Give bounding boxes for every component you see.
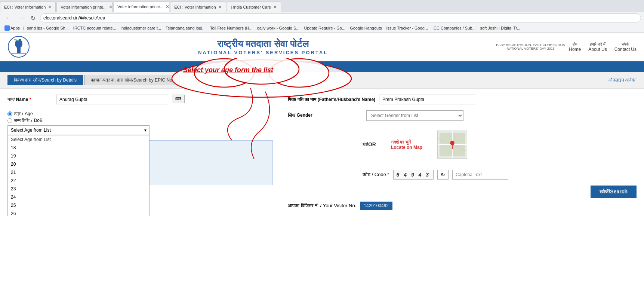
gender-english: Gender	[297, 113, 312, 118]
name-hindi: नाम	[7, 97, 13, 102]
reload-button[interactable]: ↻	[28, 14, 38, 22]
dropdown-item-19[interactable]: 19	[8, 152, 149, 160]
bookmark-8[interactable]: Google Hangouts	[348, 26, 383, 30]
bookmark-1[interactable]: sand ips - Google Sh...	[25, 26, 70, 30]
age-label-hindi: उम्र	[14, 111, 21, 116]
age-radio[interactable]	[7, 111, 12, 116]
dropdown-item-23[interactable]: 23	[8, 185, 149, 193]
bookmark-apps[interactable]: Apps	[3, 25, 21, 31]
home-english: Home	[569, 47, 581, 52]
visitor-number: 1429100492	[360, 202, 392, 210]
dob-label-english: DoB	[34, 118, 43, 123]
tab-2-close[interactable]: ✕	[109, 4, 113, 10]
search-by-epic-tab[interactable]: पहचान-पत्र क. द्वारा खोज/Search by EPIC …	[84, 75, 180, 85]
tab-5[interactable]: | India Customer Care ✕	[227, 1, 281, 12]
tab-1[interactable]: ECI : Voter Information ✕	[0, 1, 56, 12]
search-tabs: विवरण द्वारा खोज/Search by Details पहचान…	[0, 72, 644, 89]
home-hindi: होम	[569, 42, 581, 47]
search-button[interactable]: खोजें/Search	[591, 186, 637, 198]
tab-3-close[interactable]: ✕	[166, 4, 169, 9]
bookmark-4[interactable]: Telangana sand logi...	[164, 26, 207, 30]
gender-hindi: लिंग	[288, 113, 294, 118]
bookmark-9[interactable]: issue Tracker - Goog...	[385, 26, 429, 30]
dropdown-item-default[interactable]: Select Age from List	[8, 135, 149, 144]
tab-3[interactable]: Voter information printe... ✕	[113, 1, 169, 12]
father-english: Father's/Husband's Name	[319, 97, 374, 102]
age-radio-group: उम्र/ Age जन्म तिथि/ DoB	[7, 110, 43, 123]
captcha-display: 6 4 9 4 3	[393, 170, 434, 180]
contact-hindi: संपर्क	[614, 42, 637, 47]
captcha-input[interactable]	[452, 170, 508, 180]
tab-3-label: Voter information printe...	[117, 4, 163, 9]
keyboard-button[interactable]: ⌨	[172, 95, 185, 103]
bookmark-3[interactable]: indiacustomer care t...	[119, 26, 163, 30]
tab-5-close[interactable]: ✕	[273, 4, 277, 10]
bookmarks-bar: Apps | sand ips - Google Sh... IRCTC acc…	[0, 24, 644, 32]
right-col: पिता/ पति का नाम (Father's/Husband's Nam…	[288, 95, 637, 210]
dropdown-item-22[interactable]: 22	[8, 177, 149, 185]
dropdown-item-21[interactable]: 21	[8, 168, 149, 177]
blue-nav-bar	[0, 61, 644, 72]
bookmark-11[interactable]: soft Joshi | Digital Tr...	[479, 26, 522, 30]
home-link[interactable]: होम Home	[569, 42, 581, 52]
map-thumbnail[interactable]	[437, 131, 467, 159]
back-button[interactable]: ←	[3, 14, 13, 22]
bookmark-10[interactable]: ICC Companies / Sub...	[431, 26, 477, 30]
bookmark-2[interactable]: IRCTC account relate...	[72, 26, 118, 30]
father-row: पिता/ पति का नाम (Father's/Husband's Nam…	[288, 95, 637, 104]
captcha-refresh-button[interactable]: ↻	[437, 170, 449, 180]
visitor-label: आपका विजिटर नं. / Your Visitor No.	[288, 203, 356, 209]
svg-rect-6	[19, 39, 21, 40]
father-input[interactable]	[379, 95, 476, 104]
tab-4[interactable]: ECI : Voter Information ✕	[170, 1, 226, 12]
locate-map-area: नक्शे पर चुनें Locate on Map	[391, 140, 422, 150]
left-col: नाम/ Name * ⌨ उम्र/	[7, 95, 273, 210]
about-hindi: हमारे बारे में	[588, 42, 607, 47]
tab-1-close[interactable]: ✕	[48, 4, 52, 10]
name-required: *	[30, 97, 31, 102]
age-select[interactable]: Select Age from List18192021222324252627…	[7, 125, 150, 135]
dob-radio-label[interactable]: जन्म तिथि/ DoB	[7, 118, 43, 123]
nvsp-sub: NATIONAL VOTERS' DAY 2015	[496, 47, 565, 50]
tab-2-label: Voter information printe...	[61, 5, 107, 9]
site-header: राष्ट्रीय मतदाता सेवा पोर्टल NATIONAL VO…	[0, 33, 644, 61]
bookmark-5[interactable]: Toll Free Numbers (H...	[209, 26, 254, 30]
two-col-layout: नाम/ Name * ⌨ उम्र/	[7, 95, 637, 210]
dropdown-item-24[interactable]: 24	[8, 193, 149, 201]
dropdown-item-20[interactable]: 20	[8, 160, 149, 168]
contact-link[interactable]: संपर्क Contact Us	[614, 42, 637, 52]
gender-select[interactable]: Select Gender from List Male Female Othe…	[366, 110, 463, 121]
svg-rect-5	[16, 39, 19, 40]
svg-point-1	[15, 39, 22, 48]
age-radio-label[interactable]: उम्र/ Age	[7, 111, 43, 116]
gender-row: लिंग/ Gender Select Gender from List Mal…	[288, 110, 637, 121]
dropdown-item-25[interactable]: 25	[8, 201, 149, 209]
tab-2[interactable]: Voter information printe... ✕	[56, 1, 113, 12]
visitor-row: आपका विजिटर नं. / Your Visitor No. 14291…	[288, 202, 637, 210]
code-label: कोड / Code *	[363, 172, 389, 178]
online-link[interactable]: ऑनलाइन आवेदन	[608, 77, 637, 83]
name-input[interactable]	[56, 95, 168, 104]
age-dropdown-list[interactable]: Select Age from List 18 19 20 21 22 23 2…	[7, 135, 150, 216]
code-hindi: कोड	[363, 172, 370, 177]
about-link[interactable]: हमारे बारे में About Us	[588, 42, 607, 52]
name-english: Name	[16, 97, 28, 102]
locate-english[interactable]: Locate on Map	[391, 145, 422, 150]
age-label-english: Age	[25, 111, 33, 116]
svg-rect-2	[17, 48, 21, 53]
nvsp-badge: EASY REGISTRATION, EASY CORRECTION NATIO…	[496, 43, 565, 50]
code-required: *	[388, 172, 389, 177]
forward-button[interactable]: →	[16, 14, 26, 22]
bookmark-6[interactable]: daily work - Google S...	[256, 26, 301, 30]
address-bar: ← → ↻	[0, 12, 644, 24]
locate-hindi[interactable]: नक्शे पर चुनें	[391, 140, 422, 145]
tab-4-close[interactable]: ✕	[218, 4, 222, 10]
tab-5-label: | India Customer Care	[231, 5, 271, 9]
dob-radio[interactable]	[7, 118, 12, 123]
dropdown-item-18[interactable]: 18	[8, 144, 149, 152]
search-by-details-tab[interactable]: विवरण द्वारा खोज/Search by Details	[7, 75, 83, 85]
age-radio-row: उम्र/ Age जन्म तिथि/ DoB	[7, 110, 150, 123]
address-input[interactable]	[40, 13, 641, 22]
bookmark-7[interactable]: Update Require - Go...	[302, 26, 347, 30]
dropdown-item-26[interactable]: 26	[8, 209, 149, 216]
